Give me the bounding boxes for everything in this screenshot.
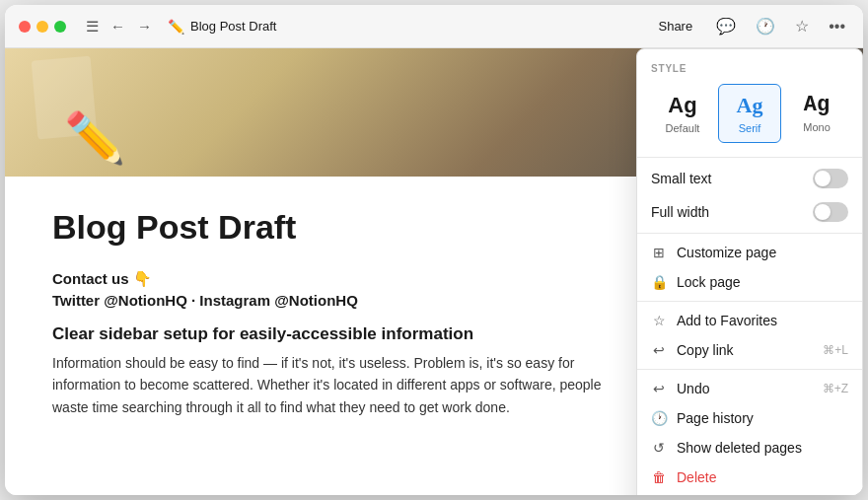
- copy-link-shortcut: ⌘+L: [823, 343, 848, 357]
- comment-icon-button[interactable]: 💬: [712, 15, 740, 37]
- deleted-icon: ↺: [651, 440, 667, 456]
- maximize-button[interactable]: [54, 21, 66, 33]
- undo-shortcut: ⌘+Z: [823, 382, 848, 395]
- page-title: Blog Post Draft: [190, 19, 276, 34]
- forward-button[interactable]: →: [133, 16, 156, 37]
- full-width-row: Full width: [637, 195, 862, 229]
- close-button[interactable]: [19, 21, 31, 33]
- style-options: Ag Default Ag Serif Ag Mono: [637, 78, 862, 153]
- star-icon-button[interactable]: ☆: [791, 15, 813, 37]
- undo-icon: ↩: [651, 381, 667, 396]
- undo-item[interactable]: ↩ Undo ⌘+Z: [637, 374, 862, 403]
- titlebar: ☰ ← → ✏️ Blog Post Draft Share 💬 🕐 ☆ •••: [5, 5, 863, 48]
- copy-link-label: Copy link: [677, 342, 813, 358]
- small-text-toggle[interactable]: [813, 169, 848, 188]
- history-icon: 🕐: [651, 410, 667, 426]
- lock-label: Lock page: [677, 274, 848, 290]
- customize-page-item[interactable]: ⊞ Customize page: [637, 238, 862, 267]
- style-serif[interactable]: Ag Serif: [718, 84, 781, 143]
- page-history-label: Page history: [677, 410, 848, 426]
- small-text-row: Small text: [637, 162, 862, 195]
- contact-heading: Contact us 👇: [52, 270, 609, 288]
- undo-label: Undo: [677, 381, 813, 396]
- delete-item[interactable]: 🗑 Delete: [637, 463, 862, 492]
- divider-1: [637, 157, 862, 158]
- contact-section: Contact us 👇 Twitter @NotionHQ · Instagr…: [52, 270, 609, 309]
- style-default-label: Default: [666, 122, 700, 134]
- style-default-ag: Ag: [668, 93, 696, 118]
- page-history-item[interactable]: 🕐 Page history: [637, 403, 862, 433]
- style-mono-label: Mono: [803, 121, 831, 133]
- style-serif-label: Serif: [739, 122, 761, 134]
- back-button[interactable]: ←: [107, 16, 129, 37]
- page-icon: ✏️: [168, 19, 184, 35]
- share-button[interactable]: Share: [650, 15, 700, 37]
- trash-icon: 🗑: [651, 469, 667, 485]
- nav-buttons: ☰ ← →: [82, 16, 156, 37]
- history-icon-button[interactable]: 🕐: [752, 15, 779, 37]
- show-deleted-label: Show deleted pages: [677, 440, 848, 456]
- show-deleted-item[interactable]: ↺ Show deleted pages: [637, 433, 862, 463]
- content-area: Blog Post Draft Contact us 👇 Twitter @No…: [5, 48, 863, 495]
- style-mono[interactable]: Ag Mono: [785, 84, 848, 143]
- traffic-lights: [19, 21, 66, 33]
- minimize-button[interactable]: [36, 21, 48, 33]
- app-window: ☰ ← → ✏️ Blog Post Draft Share 💬 🕐 ☆ •••…: [5, 5, 863, 495]
- page-main-title: Blog Post Draft: [52, 208, 609, 247]
- divider-3: [637, 301, 862, 302]
- customize-label: Customize page: [677, 245, 848, 260]
- hamburger-button[interactable]: ☰: [82, 16, 103, 37]
- full-width-toggle[interactable]: [813, 202, 848, 222]
- page-title-area: ✏️ Blog Post Draft: [168, 19, 642, 35]
- social-line: Twitter @NotionHQ · Instagram @NotionHQ: [52, 292, 609, 309]
- small-text-label: Small text: [651, 171, 711, 186]
- section-heading: Clear sidebar setup for easily-accessibl…: [52, 324, 609, 344]
- favorites-item[interactable]: ☆ Add to Favorites: [637, 306, 862, 335]
- dropdown-menu: STYLE Ag Default Ag Serif Ag Mono Small …: [636, 48, 863, 495]
- style-serif-ag: Ag: [737, 93, 763, 118]
- delete-label: Delete: [677, 469, 848, 485]
- full-width-label: Full width: [651, 204, 709, 220]
- divider-4: [637, 369, 862, 370]
- customize-icon: ⊞: [651, 245, 667, 260]
- style-mono-ag: Ag: [804, 93, 830, 117]
- divider-2: [637, 233, 862, 234]
- link-icon: ↩: [651, 342, 667, 358]
- body-text: Information should be easy to find — if …: [52, 352, 609, 418]
- lock-page-item[interactable]: 🔒 Lock page: [637, 267, 862, 297]
- more-options-button[interactable]: •••: [825, 16, 849, 37]
- sidebar-section: Clear sidebar setup for easily-accessibl…: [52, 324, 609, 418]
- copy-link-item[interactable]: ↩ Copy link ⌘+L: [637, 335, 862, 365]
- favorites-label: Add to Favorites: [677, 313, 848, 328]
- style-section-label: STYLE: [637, 57, 862, 78]
- lock-icon: 🔒: [651, 274, 667, 290]
- style-default[interactable]: Ag Default: [651, 84, 714, 143]
- star-icon: ☆: [651, 313, 667, 328]
- page-body: Blog Post Draft Contact us 👇 Twitter @No…: [5, 177, 656, 465]
- titlebar-actions: Share 💬 🕐 ☆ •••: [650, 15, 849, 37]
